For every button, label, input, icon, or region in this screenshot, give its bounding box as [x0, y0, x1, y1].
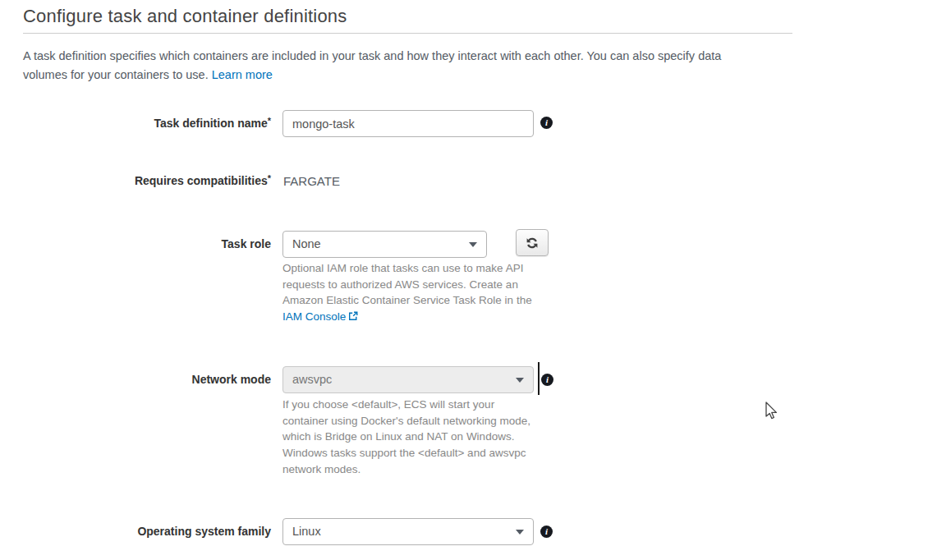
- refresh-icon: [526, 236, 539, 250]
- operating-system-family-label: Operating system family: [0, 518, 271, 545]
- operating-system-family-selected-value: Linux: [292, 525, 321, 538]
- info-icon[interactable]: i: [540, 526, 553, 538]
- network-mode-selected-value: awsvpc: [292, 373, 332, 386]
- task-role-help-text: Optional IAM role that tasks can use to …: [282, 260, 539, 326]
- chevron-down-icon: [516, 530, 524, 535]
- network-mode-help-text: If you choose <default>, ECS will start …: [282, 397, 539, 478]
- info-icon[interactable]: i: [540, 117, 553, 129]
- refresh-button[interactable]: [516, 229, 549, 256]
- intro-text-line2: volumes for your containers to use. Lear…: [23, 66, 778, 85]
- title-divider: [23, 33, 792, 34]
- task-role-select[interactable]: None: [282, 231, 487, 258]
- task-role-label: Task role: [0, 231, 271, 258]
- chevron-down-icon: [469, 242, 477, 247]
- info-icon[interactable]: i: [541, 374, 553, 386]
- intro-text-line1: A task definition specifies which contai…: [23, 47, 778, 66]
- external-link-icon: [348, 310, 358, 326]
- network-mode-select: awsvpc: [282, 366, 534, 393]
- requires-compatibilities-value: FARGATE: [283, 174, 340, 188]
- learn-more-link[interactable]: Learn more: [212, 68, 273, 81]
- text-cursor: [538, 362, 540, 395]
- iam-console-link[interactable]: IAM Console: [282, 310, 346, 323]
- requires-compatibilities-label: Requires compatibilities*: [0, 169, 271, 192]
- intro-text: A task definition specifies which contai…: [23, 47, 778, 85]
- network-mode-label: Network mode: [0, 366, 271, 393]
- required-asterisk: *: [268, 116, 271, 126]
- mouse-cursor: [765, 402, 779, 425]
- page-title: Configure task and container definitions: [23, 6, 347, 27]
- task-definition-name-label: Task definition name*: [0, 110, 271, 137]
- required-asterisk: *: [268, 173, 271, 183]
- chevron-down-icon: [516, 378, 524, 383]
- operating-system-family-select[interactable]: Linux: [282, 518, 534, 545]
- task-role-selected-value: None: [292, 237, 321, 250]
- task-definition-name-input[interactable]: [282, 110, 534, 137]
- configure-task-page: Configure task and container definitions…: [0, 0, 946, 560]
